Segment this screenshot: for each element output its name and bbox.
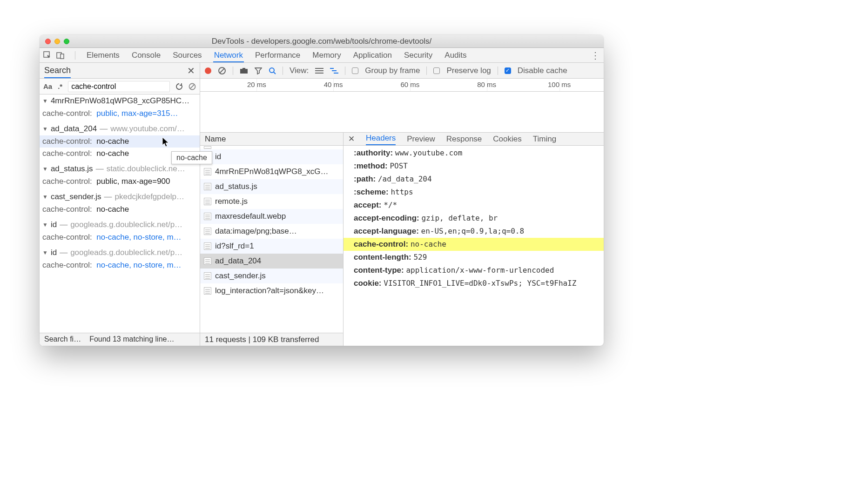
- header-row[interactable]: :authority: www.youtube.com: [344, 147, 604, 160]
- detail-tabs: ✕ HeadersPreviewResponseCookiesTiming: [344, 133, 604, 146]
- view-label: View:: [290, 66, 309, 75]
- disable-cache-checkbox[interactable]: ✓: [505, 67, 511, 74]
- tab-network[interactable]: Network: [213, 48, 244, 62]
- timeline-tick: 80 ms: [477, 81, 496, 88]
- tab-performance[interactable]: Performance: [254, 48, 301, 63]
- capture-screenshots-icon[interactable]: [240, 67, 248, 74]
- search-result-file[interactable]: ▼ id — googleads.g.doubleclick.net/p…: [40, 246, 200, 259]
- timeline-tick: 100 ms: [548, 81, 571, 88]
- match-case-toggle[interactable]: Aa: [43, 82, 52, 90]
- header-row[interactable]: :method: POST: [344, 160, 604, 173]
- minimize-window-button[interactable]: [54, 39, 60, 44]
- tab-application[interactable]: Application: [352, 48, 393, 63]
- request-row[interactable]: ad_data_204: [200, 254, 343, 269]
- request-row[interactable]: remote.js: [200, 194, 343, 209]
- request-list-header[interactable]: Name: [200, 133, 343, 146]
- request-row[interactable]: maxresdefault.webp: [200, 209, 343, 224]
- clear-network-icon[interactable]: [218, 67, 226, 75]
- file-icon: [204, 183, 211, 190]
- record-button[interactable]: [205, 67, 211, 74]
- search-result-file[interactable]: ▼ 4mrRnEPnWo81qWPG8_xcGP85HC…: [40, 94, 200, 108]
- svg-rect-7: [240, 69, 248, 74]
- request-row[interactable]: id: [200, 149, 343, 164]
- svg-rect-16: [334, 73, 338, 74]
- detail-tab-cookies[interactable]: Cookies: [493, 134, 521, 144]
- search-result-line[interactable]: cache-control: public, max-age=315…: [40, 108, 200, 120]
- search-result-line[interactable]: cache-control: public, max-age=900: [40, 175, 200, 188]
- search-result-file[interactable]: ▼ ad_data_204 — www.youtube.com/…: [40, 122, 200, 135]
- filter-icon[interactable]: [255, 67, 262, 74]
- request-row[interactable]: id?slf_rd=1: [200, 239, 343, 254]
- window-title: DevTools - developers.google.com/web/too…: [40, 37, 604, 46]
- tab-security[interactable]: Security: [403, 48, 433, 63]
- request-row[interactable]: 4mrRnEPnWo81qWPG8_xcG…: [200, 164, 343, 179]
- file-icon: [204, 287, 211, 295]
- search-network-icon[interactable]: [269, 67, 276, 74]
- detail-tab-preview[interactable]: Preview: [407, 134, 435, 144]
- detail-tab-headers[interactable]: Headers: [366, 134, 396, 145]
- main-tabs: ElementsConsoleSourcesNetworkPerformance…: [40, 48, 604, 63]
- header-row[interactable]: cache-control: no-cache: [344, 238, 604, 251]
- header-row[interactable]: content-length: 529: [344, 251, 604, 264]
- inspect-icon[interactable]: [43, 51, 52, 60]
- svg-line-4: [190, 85, 194, 88]
- search-result-line[interactable]: cache-control: no-cache: [40, 203, 200, 215]
- search-footer: Search fi… Found 13 matching line…: [40, 333, 200, 346]
- detail-tab-timing[interactable]: Timing: [533, 134, 556, 144]
- header-row[interactable]: accept-language: en-US,en;q=0.9,la;q=0.8: [344, 225, 604, 238]
- close-window-button[interactable]: [45, 39, 51, 44]
- preserve-log-label: Preserve log: [446, 66, 491, 75]
- search-result-line[interactable]: cache-control: no-cache, no-store, m…: [40, 259, 200, 271]
- search-result-line[interactable]: cache-control: no-cache, no-store, m…: [40, 231, 200, 243]
- file-icon: [204, 198, 211, 205]
- group-by-frame-label: Group by frame: [365, 66, 420, 75]
- close-detail-icon[interactable]: ✕: [348, 134, 355, 144]
- zoom-window-button[interactable]: [64, 39, 69, 44]
- search-result-file[interactable]: ▼ cast_sender.js — pkedcjkdefgpdelp…: [40, 190, 200, 203]
- file-icon: [204, 168, 211, 175]
- network-toolbar: View: Group by frame Preserve log ✓ Disa…: [200, 63, 604, 79]
- header-row[interactable]: content-type: application/x-www-form-url…: [344, 264, 604, 277]
- svg-rect-13: [315, 73, 323, 74]
- search-result-file[interactable]: ▼ id — googleads.g.doubleclick.net/p…: [40, 218, 200, 231]
- svg-rect-12: [315, 70, 323, 71]
- tab-console[interactable]: Console: [131, 48, 162, 63]
- refresh-search-icon[interactable]: [175, 83, 183, 90]
- file-icon: [204, 242, 211, 250]
- regex-toggle[interactable]: .*: [58, 82, 62, 90]
- group-by-frame-checkbox[interactable]: [352, 67, 358, 74]
- tab-memory[interactable]: Memory: [311, 48, 342, 63]
- header-row[interactable]: :scheme: https: [344, 186, 604, 199]
- search-results: ▼ 4mrRnEPnWo81qWPG8_xcGP85HC…cache-contr…: [40, 94, 200, 333]
- header-row[interactable]: accept-encoding: gzip, deflate, br: [344, 212, 604, 225]
- clear-search-icon[interactable]: [189, 83, 196, 90]
- detail-tab-response[interactable]: Response: [446, 134, 482, 144]
- tab-elements[interactable]: Elements: [86, 48, 121, 63]
- tab-audits[interactable]: Audits: [444, 48, 467, 63]
- header-row[interactable]: cookie: VISITOR_INFO1_LIVE=dDk0-xTswPs; …: [344, 277, 604, 290]
- search-input[interactable]: [68, 81, 170, 92]
- svg-rect-2: [61, 54, 64, 59]
- header-row[interactable]: accept: */*: [344, 199, 604, 212]
- view-list-icon[interactable]: [315, 67, 323, 74]
- search-result-line[interactable]: cache-control: no-cache: [40, 135, 200, 148]
- device-toolbar-icon[interactable]: [56, 51, 65, 60]
- preserve-log-checkbox[interactable]: [433, 67, 440, 74]
- tab-sources[interactable]: Sources: [172, 48, 202, 63]
- request-row[interactable]: log_interaction?alt=json&key…: [200, 283, 343, 298]
- request-row[interactable]: cast_sender.js: [200, 269, 343, 283]
- timeline-area[interactable]: [200, 92, 604, 133]
- mouse-cursor-icon: [162, 137, 170, 149]
- request-row[interactable]: data:image/png;base…: [200, 224, 343, 239]
- close-search-icon[interactable]: ✕: [187, 65, 195, 76]
- more-options-icon[interactable]: ⋮: [591, 50, 600, 61]
- timeline-ruler[interactable]: 20 ms40 ms60 ms80 ms100 ms: [200, 79, 604, 92]
- view-waterfall-icon[interactable]: [330, 67, 338, 74]
- request-row[interactable]: ad_status.js: [200, 179, 343, 194]
- hover-tooltip: no-cache: [171, 151, 212, 164]
- timeline-tick: 20 ms: [247, 81, 266, 88]
- search-result-file[interactable]: ▼ ad_status.js — static.doubleclick.ne…: [40, 162, 200, 175]
- svg-rect-14: [330, 68, 334, 69]
- header-row[interactable]: :path: /ad_data_204: [344, 173, 604, 186]
- timeline-tick: 40 ms: [324, 81, 343, 88]
